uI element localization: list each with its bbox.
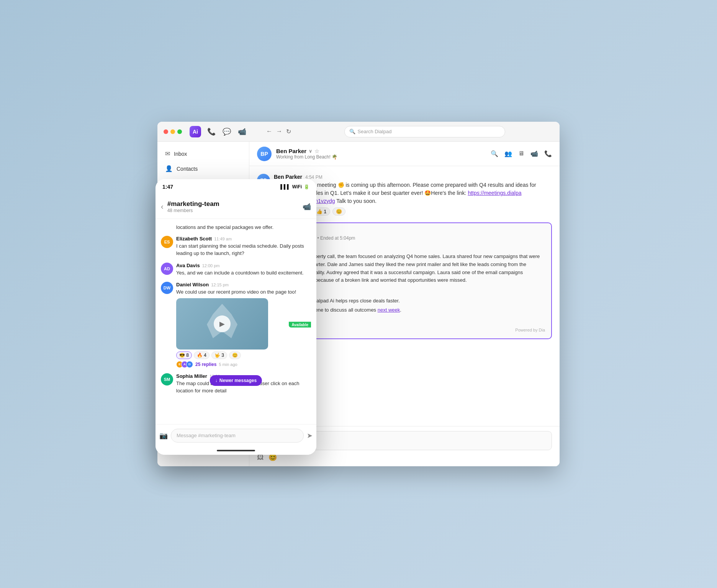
add-person-icon[interactable]: 👥 xyxy=(504,150,512,157)
previous-message-text: locations and the special packages we of… xyxy=(161,224,311,231)
phone-icon[interactable]: 📞 xyxy=(207,127,216,136)
title-bar: Ai 📞 💬 📹 ← → ↻ 🔍 Search Dialpad xyxy=(157,122,560,142)
refresh-icon[interactable]: ↻ xyxy=(286,128,291,135)
wifi-icon: WiFi xyxy=(292,184,302,189)
phone-call-icon[interactable]: 📞 xyxy=(544,150,552,157)
video-thumbnail[interactable]: ▶ xyxy=(176,298,268,350)
contacts-icon: 👤 xyxy=(165,165,173,172)
ava-time: 12:00 pm xyxy=(202,263,220,268)
video-reaction-fire[interactable]: 🔥 4 xyxy=(194,351,210,359)
minimize-button[interactable] xyxy=(170,129,175,134)
home-bar xyxy=(217,450,255,451)
sidebar-item-inbox[interactable]: ✉ Inbox xyxy=(157,146,249,161)
maximize-button[interactable] xyxy=(177,129,182,134)
ava-content: Ava Davis 12:00 pm Yes, and we can inclu… xyxy=(176,263,311,277)
video-reaction-sunglasses[interactable]: 😎 8 xyxy=(176,351,192,359)
send-icon[interactable]: ➤ xyxy=(307,431,313,440)
mobile-input-placeholder: Message #marketing-team xyxy=(177,433,236,438)
chat-icon[interactable]: 💬 xyxy=(223,127,231,136)
mobile-channel-members: 48 members xyxy=(167,208,219,213)
replies-time: 5 min ago xyxy=(219,362,237,367)
nav-arrows: ← → ↻ xyxy=(266,128,291,135)
daniel-text: We could use our recent promo video on t… xyxy=(176,288,311,296)
ava-avatar: AD xyxy=(161,263,173,275)
video-call-icon[interactable]: 📹 xyxy=(530,150,538,157)
video-reaction-smile[interactable]: 😊 xyxy=(229,351,241,359)
sophia-avatar: SM xyxy=(161,373,173,385)
chat-contact-status: Working from Long Beach! 🌴 xyxy=(276,154,486,160)
chat-contact-name: Ben Parker ∨ ☆ xyxy=(276,148,486,154)
chat-header-actions: 🔍 👥 🖥 📹 📞 xyxy=(491,150,552,157)
sophia-name: Sophia Miller xyxy=(176,373,207,379)
reply-avatars: E A D xyxy=(176,361,193,368)
camera-icon[interactable]: 📷 xyxy=(159,431,168,440)
elizabeth-time: 11:49 am xyxy=(214,237,232,241)
reply-avatar-3: D xyxy=(186,361,193,368)
battery-icon: 🔋 xyxy=(304,184,309,189)
chat-header: BP Ben Parker ∨ ☆ Working from Long Beac… xyxy=(249,142,560,166)
mobile-time: 1:47 xyxy=(162,184,173,190)
mobile-message-daniel: DW Daniel Wilson 12:15 pm We could use o… xyxy=(161,282,311,368)
avatar: BP xyxy=(257,147,272,161)
ava-text: Yes, and we can include a countdown to b… xyxy=(176,269,311,277)
available-badge: Available xyxy=(289,322,311,328)
down-arrow-icon: ↓ xyxy=(215,378,218,383)
titlebar-icons: 📞 💬 📹 xyxy=(207,127,246,136)
back-button[interactable]: ‹ xyxy=(161,202,164,211)
signal-icon: ▌▌▌ xyxy=(280,184,290,189)
elizabeth-content: Elizabeth Scott 11:49 am I can start pla… xyxy=(176,236,311,257)
message-header: Ben Parker 4:54 PM xyxy=(274,174,552,180)
reaction-smile[interactable]: 😊 xyxy=(332,207,345,216)
mobile-input-bar: 📷 Message #marketing-team ➤ xyxy=(156,424,316,446)
mobile-home-indicator xyxy=(156,446,316,455)
mobile-message-elizabeth: ES Elizabeth Scott 11:49 am I can start … xyxy=(161,236,311,257)
video-icon[interactable]: 📹 xyxy=(238,127,246,136)
traffic-lights xyxy=(164,129,182,134)
close-button[interactable] xyxy=(164,129,168,134)
mobile-chat-header: ‹ #marketing-team 48 members 📹 xyxy=(156,194,316,219)
inbox-icon: ✉ xyxy=(165,150,170,157)
mobile-video-icon[interactable]: 📹 xyxy=(303,203,311,211)
daniel-avatar: DW xyxy=(161,282,173,294)
ava-name: Ava Davis xyxy=(176,263,200,268)
video-reactions: 😎 8 🔥 4 🤟 3 😊 xyxy=(176,351,311,359)
star-icon[interactable]: ☆ xyxy=(314,148,319,154)
mobile-status-icons: ▌▌▌ WiFi 🔋 xyxy=(280,184,309,189)
message-replies[interactable]: E A D 25 replies 5 min ago xyxy=(176,361,311,368)
next-week-link[interactable]: next week xyxy=(378,307,400,313)
mobile-messages: locations and the special packages we of… xyxy=(156,219,316,424)
mobile-overlay: 1:47 ▌▌▌ WiFi 🔋 ‹ #marketing-team 48 mem… xyxy=(156,179,316,455)
mobile-status-bar: 1:47 ▌▌▌ WiFi 🔋 xyxy=(156,179,316,194)
search-bar[interactable]: 🔍 Search Dialpad xyxy=(344,126,505,137)
back-arrow-icon[interactable]: ← xyxy=(266,128,272,135)
elizabeth-avatar: ES xyxy=(161,236,173,248)
daniel-name: Daniel Wilson xyxy=(176,282,209,287)
replies-count[interactable]: 25 replies xyxy=(195,362,216,367)
daniel-time: 12:15 pm xyxy=(211,283,229,287)
search-chat-icon[interactable]: 🔍 xyxy=(491,150,498,157)
newer-messages-label: Newer messages xyxy=(219,378,257,383)
screen-share-icon[interactable]: 🖥 xyxy=(518,150,524,157)
mobile-message-input[interactable]: Message #marketing-team xyxy=(171,429,304,443)
search-icon: 🔍 xyxy=(349,129,355,134)
chevron-down-icon[interactable]: ∨ xyxy=(309,149,312,154)
elizabeth-name: Elizabeth Scott xyxy=(176,236,212,242)
forward-arrow-icon[interactable]: → xyxy=(276,128,282,135)
mobile-channel-info: #marketing-team 48 members xyxy=(167,200,219,213)
video-reaction-rock[interactable]: 🤟 3 xyxy=(211,351,227,359)
mobile-channel-name: #marketing-team xyxy=(167,200,219,208)
app-logo: Ai xyxy=(190,126,201,137)
mobile-message-ava: AD Ava Davis 12:00 pm Yes, and we can in… xyxy=(161,263,311,277)
sidebar-item-contacts[interactable]: 👤 Contacts xyxy=(157,161,249,176)
search-placeholder: Search Dialpad xyxy=(358,129,392,134)
newer-messages-button[interactable]: ↓ Newer messages xyxy=(210,375,262,386)
chat-header-info: Ben Parker ∨ ☆ Working from Long Beach! … xyxy=(276,148,486,160)
elizabeth-text: I can start planning the social media sc… xyxy=(176,242,311,257)
